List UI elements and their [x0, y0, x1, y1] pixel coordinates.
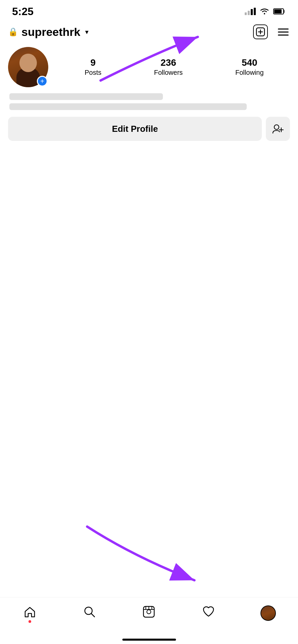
edit-profile-label: Edit Profile — [112, 124, 158, 134]
wifi-icon — [259, 7, 270, 15]
svg-point-0 — [264, 13, 265, 14]
bottom-nav — [0, 597, 298, 644]
action-buttons: Edit Profile — [8, 117, 290, 141]
reels-icon — [142, 605, 155, 620]
username: supreethrk — [21, 25, 80, 39]
bio-line-1 — [9, 93, 163, 100]
followers-count: 236 — [161, 58, 176, 67]
search-icon — [83, 605, 96, 620]
followers-stat[interactable]: 236 Followers — [154, 58, 183, 76]
menu-line-3 — [278, 35, 289, 36]
posts-label: Posts — [84, 69, 101, 76]
header-actions — [252, 24, 290, 40]
avatar-wrapper: + — [8, 47, 48, 87]
add-story-button[interactable]: + — [37, 76, 48, 87]
battery-icon — [273, 8, 286, 15]
add-person-icon — [272, 124, 284, 134]
svg-line-12 — [91, 613, 95, 617]
following-count: 540 — [242, 58, 257, 67]
status-bar: 5:25 — [0, 0, 298, 20]
new-post-button[interactable] — [252, 24, 269, 40]
menu-line-1 — [278, 29, 289, 30]
svg-point-14 — [147, 610, 151, 614]
new-post-icon — [253, 24, 268, 39]
posts-stat[interactable]: 9 Posts — [84, 58, 101, 76]
posts-count: 9 — [91, 58, 96, 67]
chevron-down-icon: ▾ — [85, 28, 88, 36]
nav-profile[interactable] — [238, 603, 298, 621]
menu-button[interactable] — [277, 27, 290, 37]
profile-section: + 9 Posts 236 Followers 540 Following Ed… — [0, 44, 298, 141]
lock-icon: 🔒 — [8, 27, 18, 37]
edit-profile-button[interactable]: Edit Profile — [8, 117, 262, 141]
home-indicator — [122, 639, 176, 641]
bio-line-2 — [9, 103, 247, 110]
followers-label: Followers — [154, 69, 183, 76]
status-icons — [245, 7, 286, 15]
heart-icon — [202, 605, 215, 620]
stats-area: 9 Posts 236 Followers 540 Following — [58, 58, 290, 76]
bio-area — [8, 93, 290, 110]
add-friend-button[interactable] — [266, 117, 290, 141]
signal-icon — [245, 8, 256, 15]
nav-search[interactable] — [60, 603, 119, 620]
svg-rect-2 — [274, 9, 282, 13]
header: 🔒 supreethrk ▾ — [0, 20, 298, 44]
nav-home-dot — [28, 620, 31, 623]
menu-line-2 — [278, 32, 289, 33]
username-area[interactable]: 🔒 supreethrk ▾ — [8, 25, 88, 39]
status-time: 5:25 — [12, 5, 34, 18]
nav-home[interactable] — [0, 603, 60, 620]
nav-activity[interactable] — [179, 603, 238, 620]
profile-row: + 9 Posts 236 Followers 540 Following — [8, 47, 290, 87]
following-label: Following — [235, 69, 263, 76]
following-stat[interactable]: 540 Following — [235, 58, 263, 76]
nav-reels[interactable] — [119, 603, 179, 620]
home-icon — [23, 605, 36, 620]
nav-profile-avatar — [260, 605, 276, 621]
arrow-annotation-bottom — [67, 517, 215, 590]
svg-point-7 — [274, 125, 279, 129]
